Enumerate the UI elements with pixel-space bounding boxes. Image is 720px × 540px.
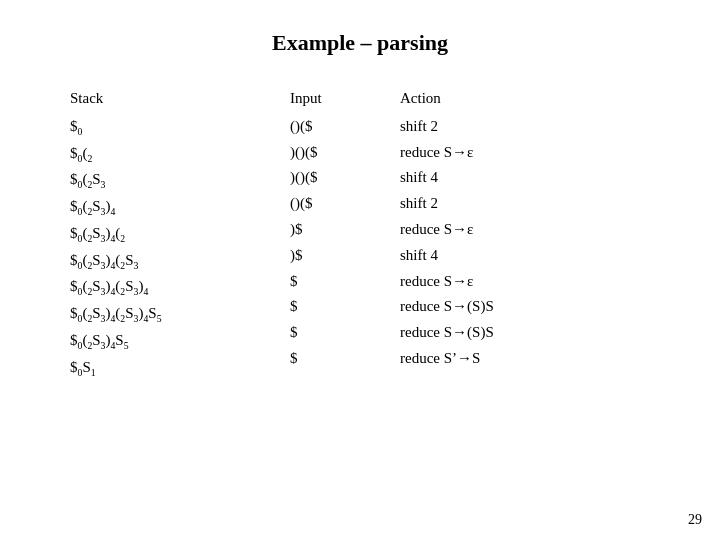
stack-header: Stack: [70, 86, 290, 112]
input-header: Input: [290, 86, 400, 112]
list-item: )$: [290, 243, 400, 269]
list-item: $0(2S3)4(2S3)4: [70, 274, 290, 301]
list-item: $0: [70, 114, 290, 141]
list-item: $0(2S3)4(2S3: [70, 248, 290, 275]
list-item: shift 2: [400, 114, 600, 140]
list-item: reduce S→ε: [400, 217, 600, 243]
action-header: Action: [400, 86, 600, 112]
content-area: Stack $0 $0(2 $0(2S3 $0(2S3)4 $0(2S3)4(2…: [40, 86, 680, 381]
list-item: reduce S→ε: [400, 140, 600, 166]
list-item: reduce S→(S)S: [400, 320, 600, 346]
list-item: shift 4: [400, 165, 600, 191]
page: Example – parsing Stack $0 $0(2 $0(2S3 $…: [0, 0, 720, 540]
list-item: $0(2S3)4(2S3)4S5: [70, 301, 290, 328]
list-item: $: [290, 320, 400, 346]
list-item: $0(2S3: [70, 167, 290, 194]
list-item: reduce S→ε: [400, 269, 600, 295]
list-item: $0(2S3)4S5: [70, 328, 290, 355]
input-column: Input ()($ )()($ )()($ ()($ )$ )$ $ $ $ …: [290, 86, 400, 381]
page-title: Example – parsing: [40, 30, 680, 56]
list-item: shift 2: [400, 191, 600, 217]
stack-column: Stack $0 $0(2 $0(2S3 $0(2S3)4 $0(2S3)4(2…: [70, 86, 290, 381]
list-item: $0(2: [70, 141, 290, 168]
list-item: $: [290, 269, 400, 295]
list-item: )()($: [290, 140, 400, 166]
list-item: $0S1: [70, 355, 290, 382]
list-item: $0(2S3)4: [70, 194, 290, 221]
list-item: reduce S’→S: [400, 346, 600, 372]
list-item: $: [290, 346, 400, 372]
list-item: shift 4: [400, 243, 600, 269]
action-column: Action shift 2 reduce S→ε shift 4 shift …: [400, 86, 600, 381]
list-item: )$: [290, 217, 400, 243]
list-item: $0(2S3)4(2: [70, 221, 290, 248]
list-item: )()($: [290, 165, 400, 191]
list-item: $: [290, 294, 400, 320]
list-item: ()($: [290, 114, 400, 140]
list-item: reduce S→(S)S: [400, 294, 600, 320]
list-item: ()($: [290, 191, 400, 217]
page-number: 29: [688, 512, 702, 528]
